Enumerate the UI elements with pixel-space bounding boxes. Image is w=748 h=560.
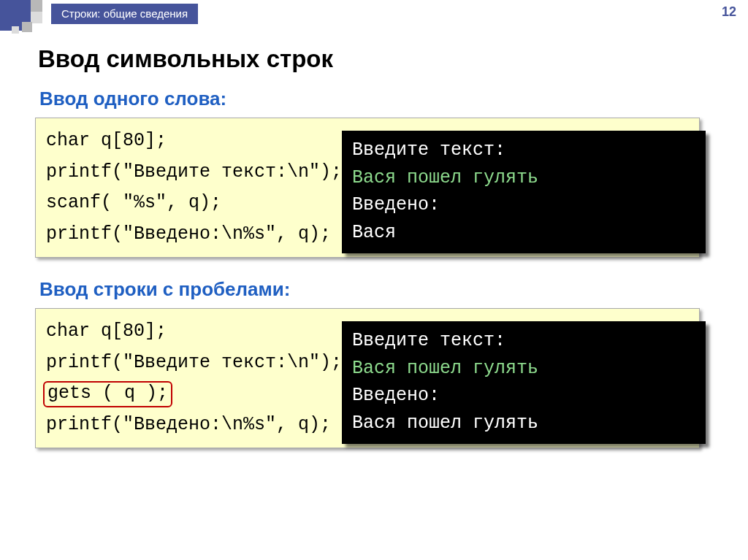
console-line: Введите текст:	[352, 327, 695, 355]
breadcrumb: Строки: общие сведения	[51, 4, 198, 24]
page-title: Ввод символьных строк	[38, 45, 711, 73]
console-output: Введите текст: Вася пошел гулять Введено…	[342, 131, 706, 253]
console-input-line: Вася пошел гулять	[352, 164, 695, 192]
console-line: Введено:	[352, 382, 695, 410]
highlight-box: gets ( q );	[43, 381, 172, 407]
section-subtitle: Ввод строки с пробелами:	[39, 278, 711, 301]
example-block: char q[80]; printf("Введите текст:\n"); …	[35, 308, 711, 448]
console-line: Введено:	[352, 191, 695, 219]
console-line: Вася	[352, 219, 695, 247]
decor-square	[12, 26, 19, 34]
decor-square	[22, 22, 32, 32]
slide-content: Ввод символьных строк Ввод одного слова:…	[0, 45, 748, 469]
decor-square	[31, 12, 42, 23]
console-line: Вася пошел гулять	[352, 410, 695, 437]
console-line: Введите текст:	[352, 137, 695, 164]
page-number: 12	[722, 4, 736, 20]
decor-square	[31, 0, 42, 12]
section-subtitle: Ввод одного слова:	[39, 88, 711, 110]
console-output: Введите текст: Вася пошел гулять Введено…	[342, 321, 706, 444]
console-input-line: Вася пошел гулять	[352, 355, 695, 383]
example-block: char q[80]; printf("Введите текст:\n"); …	[35, 118, 711, 258]
